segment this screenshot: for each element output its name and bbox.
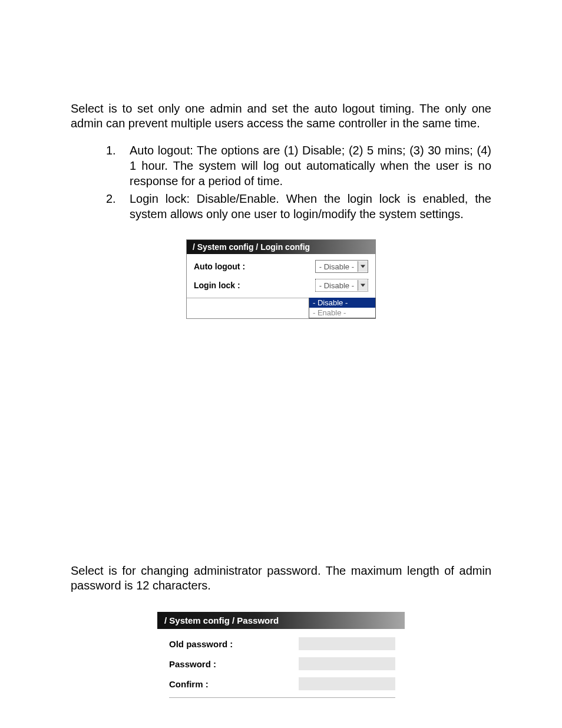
dropdown-option-disable[interactable]: - Disable - bbox=[309, 298, 375, 308]
password-input[interactable] bbox=[299, 657, 395, 670]
login-lock-dropdown: - Disable - - Enable - bbox=[309, 298, 376, 318]
confirm-label: Confirm : bbox=[169, 679, 299, 689]
svg-marker-1 bbox=[361, 284, 365, 287]
chevron-down-icon[interactable] bbox=[358, 261, 368, 272]
login-config-list: 1. Auto logout: The options are (1) Disa… bbox=[106, 143, 491, 222]
list-item-number: 2. bbox=[106, 191, 130, 222]
list-item: 1. Auto logout: The options are (1) Disa… bbox=[106, 143, 491, 189]
list-item: 2. Login lock: Disable/Enable. When the … bbox=[106, 191, 491, 222]
auto-logout-label: Auto logout : bbox=[194, 262, 245, 271]
login-config-description: Select is to set only one admin and set … bbox=[71, 101, 491, 131]
login-config-panel: / System config / Login config Auto logo… bbox=[186, 239, 376, 319]
password-row: Password : bbox=[169, 657, 395, 670]
list-item-text: Auto logout: The options are (1) Disable… bbox=[130, 143, 491, 189]
panel-title: / System config / Password bbox=[157, 612, 405, 629]
auto-logout-select[interactable]: - Disable - bbox=[315, 260, 368, 273]
password-panel: / System config / Password Old password … bbox=[157, 612, 405, 703]
confirm-input[interactable] bbox=[299, 677, 395, 690]
old-password-label: Old password : bbox=[169, 639, 299, 649]
dropdown-option-enable[interactable]: - Enable - bbox=[309, 308, 375, 318]
panel-title: / System config / Login config bbox=[187, 240, 375, 254]
list-item-number: 1. bbox=[106, 143, 130, 189]
chevron-down-icon[interactable] bbox=[358, 280, 368, 291]
confirm-row: Confirm : bbox=[169, 677, 395, 690]
login-lock-select[interactable]: - Disable - bbox=[315, 279, 368, 292]
password-label: Password : bbox=[169, 659, 299, 669]
login-lock-value: - Disable - bbox=[316, 281, 358, 290]
document-page: Select is to set only one admin and set … bbox=[0, 101, 562, 728]
list-item-text: Login lock: Disable/Enable. When the log… bbox=[130, 191, 491, 222]
password-description: Select is for changing administrator pas… bbox=[71, 564, 491, 593]
login-lock-label: Login lock : bbox=[194, 281, 240, 290]
old-password-row: Old password : bbox=[169, 637, 395, 650]
auto-logout-row: Auto logout : - Disable - bbox=[194, 260, 368, 273]
login-lock-row: Login lock : - Disable - bbox=[194, 279, 368, 292]
panel-divider bbox=[169, 697, 395, 698]
svg-marker-0 bbox=[361, 265, 365, 268]
auto-logout-value: - Disable - bbox=[316, 262, 358, 271]
old-password-input[interactable] bbox=[299, 637, 395, 650]
